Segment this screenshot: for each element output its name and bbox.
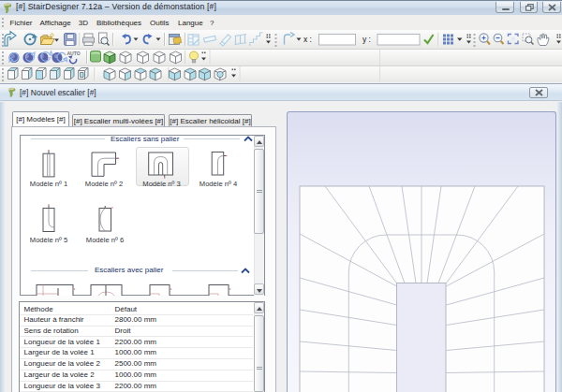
svg-text:AUTO: AUTO xyxy=(67,51,81,56)
svg-text:x :: x : xyxy=(303,35,312,44)
svg-text:y :: y : xyxy=(362,35,371,44)
